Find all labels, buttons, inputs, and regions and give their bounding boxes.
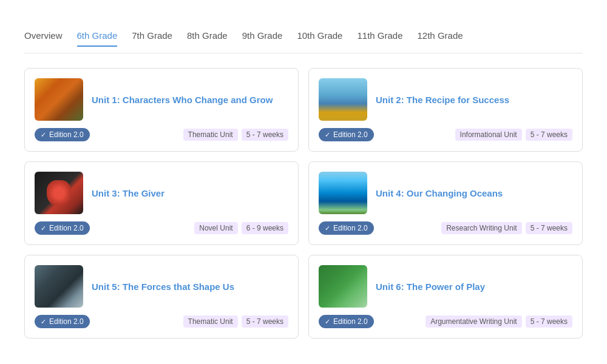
nav-item-10th-grade[interactable]: 10th Grade	[297, 30, 342, 47]
unit-type-tag: Novel Unit	[194, 222, 237, 234]
unit-tags: Thematic Unit 5 - 7 weeks	[183, 129, 288, 141]
duration-tag: 6 - 9 weeks	[242, 222, 288, 234]
unit-type-tag: Thematic Unit	[183, 129, 238, 141]
unit-card-3[interactable]: Unit 3: The Giver Edition 2.0 Novel Unit…	[24, 161, 299, 245]
unit-card-1[interactable]: Unit 1: Characters Who Change and Grow E…	[24, 68, 299, 152]
unit-card-4[interactable]: Unit 4: Our Changing Oceans Edition 2.0 …	[308, 161, 583, 245]
edition-badge: Edition 2.0	[35, 221, 90, 235]
card-bottom: Edition 2.0 Thematic Unit 5 - 7 weeks	[35, 315, 288, 328]
unit-image-visual	[35, 265, 83, 308]
unit-tags: Novel Unit 6 - 9 weeks	[194, 222, 288, 234]
card-bottom: Edition 2.0 Thematic Unit 5 - 7 weeks	[35, 128, 288, 141]
card-bottom: Edition 2.0 Novel Unit 6 - 9 weeks	[35, 221, 288, 235]
units-grid: Unit 1: Characters Who Change and Grow E…	[24, 68, 583, 339]
grade-nav: Overview6th Grade7th Grade8th Grade9th G…	[24, 30, 583, 53]
duration-tag: 5 - 7 weeks	[526, 222, 572, 234]
duration-tag: 5 - 7 weeks	[526, 129, 572, 141]
duration-tag: 5 - 7 weeks	[242, 129, 288, 141]
unit-type-tag: Research Writing Unit	[441, 222, 521, 234]
edition-badge: Edition 2.0	[319, 221, 374, 235]
edition-badge: Edition 2.0	[35, 315, 90, 328]
unit-tags: Informational Unit 5 - 7 weeks	[455, 129, 572, 141]
card-bottom: Edition 2.0 Informational Unit 5 - 7 wee…	[319, 128, 572, 141]
nav-item-11th-grade[interactable]: 11th Grade	[357, 30, 402, 47]
unit-image-visual	[319, 265, 367, 308]
unit-image	[319, 78, 367, 121]
unit-card-6[interactable]: Unit 6: The Power of Play Edition 2.0 Ar…	[308, 255, 583, 339]
unit-title: Unit 4: Our Changing Oceans	[376, 188, 503, 198]
edition-badge: Edition 2.0	[319, 315, 374, 328]
unit-image	[35, 265, 83, 308]
duration-tag: 5 - 7 weeks	[526, 315, 572, 328]
unit-image-visual	[319, 78, 367, 121]
unit-image	[35, 78, 83, 121]
card-top: Unit 2: The Recipe for Success	[319, 78, 572, 121]
unit-image	[35, 172, 83, 214]
edition-badge: Edition 2.0	[319, 128, 374, 141]
card-bottom: Edition 2.0 Argumentative Writing Unit 5…	[319, 315, 572, 328]
card-top: Unit 1: Characters Who Change and Grow	[35, 78, 288, 121]
unit-tags: Argumentative Writing Unit 5 - 7 weeks	[426, 315, 572, 328]
nav-item-6th-grade[interactable]: 6th Grade	[77, 30, 118, 47]
card-top: Unit 5: The Forces that Shape Us	[35, 265, 288, 308]
duration-tag: 5 - 7 weeks	[242, 315, 288, 328]
unit-card-2[interactable]: Unit 2: The Recipe for Success Edition 2…	[308, 68, 583, 152]
unit-image-visual	[35, 172, 83, 214]
unit-title: Unit 6: The Power of Play	[376, 281, 485, 292]
unit-type-tag: Thematic Unit	[183, 315, 238, 328]
unit-title: Unit 3: The Giver	[92, 188, 164, 198]
nav-item-overview[interactable]: Overview	[24, 30, 63, 47]
unit-tags: Thematic Unit 5 - 7 weeks	[183, 315, 288, 328]
unit-image-visual	[35, 78, 83, 121]
card-top: Unit 4: Our Changing Oceans	[319, 172, 572, 214]
unit-tags: Research Writing Unit 5 - 7 weeks	[441, 222, 572, 234]
card-top: Unit 3: The Giver	[35, 172, 288, 214]
unit-image	[319, 172, 367, 214]
nav-item-8th-grade[interactable]: 8th Grade	[187, 30, 228, 47]
unit-type-tag: Informational Unit	[455, 129, 522, 141]
card-bottom: Edition 2.0 Research Writing Unit 5 - 7 …	[319, 221, 572, 235]
unit-title: Unit 1: Characters Who Change and Grow	[92, 95, 273, 105]
unit-title: Unit 5: The Forces that Shape Us	[92, 281, 234, 292]
unit-type-tag: Argumentative Writing Unit	[426, 315, 522, 328]
unit-title: Unit 2: The Recipe for Success	[376, 95, 509, 105]
unit-image	[319, 265, 367, 308]
unit-card-5[interactable]: Unit 5: The Forces that Shape Us Edition…	[24, 255, 299, 339]
nav-item-12th-grade[interactable]: 12th Grade	[418, 30, 463, 47]
card-top: Unit 6: The Power of Play	[319, 265, 572, 308]
unit-image-visual	[319, 172, 367, 214]
edition-badge: Edition 2.0	[35, 128, 90, 141]
nav-item-7th-grade[interactable]: 7th Grade	[132, 30, 172, 47]
nav-item-9th-grade[interactable]: 9th Grade	[242, 30, 283, 47]
